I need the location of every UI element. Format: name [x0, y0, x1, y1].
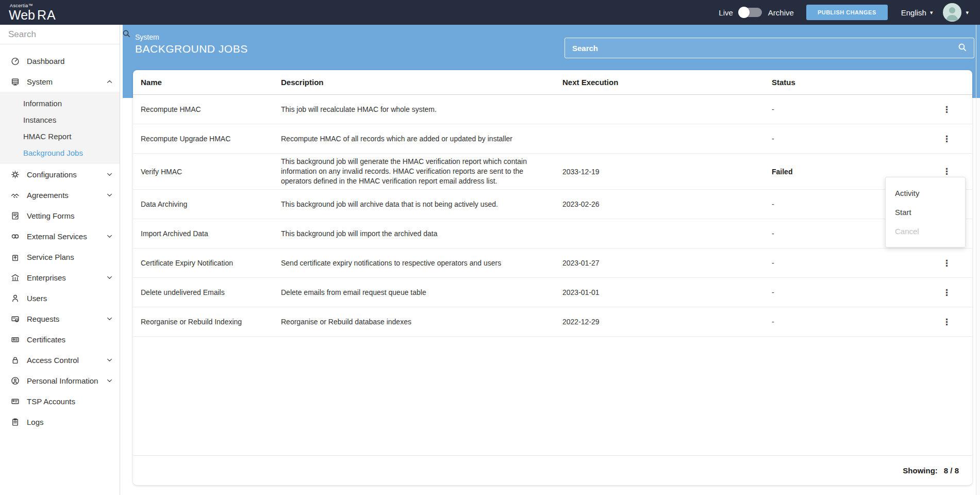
chevron-down-icon	[106, 173, 112, 176]
row-actions-kebab-button[interactable]: ⋮	[938, 104, 955, 115]
sidebar-item-vetting-forms[interactable]: Vetting Forms	[0, 205, 120, 226]
table-body: Recompute HMACThis job will recalculate …	[133, 95, 972, 337]
sidebar-item-instances[interactable]: Instances	[0, 111, 120, 128]
context-menu-item-activity[interactable]: Activity	[886, 184, 965, 203]
page-scrollbar[interactable]	[976, 25, 980, 495]
sidebar-item-external-services[interactable]: External Services	[0, 226, 120, 246]
column-header-next-execution: Next Execution	[562, 78, 772, 87]
sidebar-item-users[interactable]: Users	[0, 288, 120, 308]
sidebar-item-requests[interactable]: Requests	[0, 308, 120, 329]
archive-label: Archive	[768, 8, 794, 17]
sidebar-item-label: Users	[27, 294, 112, 303]
table-search-input[interactable]	[572, 44, 958, 53]
sidebar-item-label: TSP Accounts	[27, 397, 112, 406]
publish-changes-button[interactable]: PUBLISH CHANGES	[806, 5, 888, 20]
sidebar-item-label: Requests	[27, 315, 106, 323]
chevron-down-icon	[106, 235, 112, 238]
cell-desc: This background job will generate the HM…	[281, 157, 562, 186]
background-jobs-card: NameDescriptionNext ExecutionStatus Reco…	[133, 70, 972, 485]
cell-desc: Reorganise or Rebuild database indexes	[281, 317, 562, 327]
sidebar-item-label: External Services	[27, 232, 106, 241]
column-header-name: Name	[141, 78, 281, 87]
chevron-down-icon	[106, 358, 112, 362]
cell-next: 2023-01-01	[562, 288, 772, 296]
sidebar-item-hmac-report[interactable]: HMAC Report	[0, 128, 120, 144]
cell-name: Import Archived Data	[141, 229, 281, 238]
sidebar-item-background-jobs[interactable]: Background Jobs	[0, 144, 120, 161]
sidebar-item-tsp-accounts[interactable]: TSP Accounts	[0, 391, 120, 411]
sidebar-item-label: Agreements	[27, 191, 106, 200]
sidebar-item-label: Vetting Forms	[27, 211, 112, 220]
cell-next: 2033-12-19	[562, 168, 772, 176]
sidebar-item-label: Service Plans	[27, 253, 112, 261]
search-icon	[958, 43, 967, 54]
sidebar-search-input[interactable]	[8, 29, 122, 40]
cell-next: 2023-02-26	[562, 200, 772, 208]
cell-name: Verify HMAC	[141, 168, 281, 176]
table-row: Reorganise or Rebuild IndexingReorganise…	[133, 307, 972, 337]
sidebar-item-label: Configurations	[27, 170, 106, 179]
page-title: BACKGROUND JOBS	[135, 43, 248, 55]
sidebar-item-configurations[interactable]: Configurations	[0, 164, 120, 185]
sidebar-item-dashboard[interactable]: Dashboard	[0, 51, 120, 71]
scrollbar-thumb[interactable]	[976, 25, 980, 98]
cell-name: Certificate Expiry Notification	[141, 259, 281, 267]
link-icon	[10, 232, 20, 241]
sidebar-item-label: System	[27, 77, 106, 86]
sidebar-item-label: Access Control	[27, 356, 106, 365]
cell-status: -	[772, 259, 926, 267]
sidebar-item-personal-information[interactable]: Personal Information	[0, 370, 120, 391]
cell-actions: ⋮	[926, 104, 965, 115]
sidebar-item-certificates[interactable]: Certificates	[0, 329, 120, 350]
cell-actions: ⋮	[926, 134, 965, 144]
main-content: System BACKGROUND JOBS NameDescriptionNe…	[121, 25, 980, 495]
table-row: Import Archived DataThis background job …	[133, 219, 972, 249]
showing-value: 8 / 8	[944, 466, 959, 475]
sidebar-item-label: Background Jobs	[23, 148, 112, 157]
brand-web: Web	[9, 9, 35, 22]
cell-name: Recompute Upgrade HMAC	[141, 135, 281, 143]
sidebar-item-label: Dashboard	[27, 57, 112, 65]
server-icon	[10, 77, 20, 86]
row-actions-kebab-button[interactable]: ⋮	[938, 287, 955, 298]
sidebar-item-logs[interactable]: Logs	[0, 411, 120, 432]
sidebar-item-label: Information	[23, 99, 112, 108]
sidebar-item-label: Certificates	[27, 335, 112, 344]
search-icon	[122, 29, 130, 40]
sidebar-item-label: Logs	[27, 418, 112, 426]
live-archive-toggle[interactable]	[739, 8, 762, 17]
row-actions-kebab-button[interactable]: ⋮	[938, 258, 955, 269]
sidebar-item-enterprises[interactable]: Enterprises	[0, 267, 120, 288]
table-row: Data ArchivingThis background job will a…	[133, 190, 972, 219]
cell-name: Recompute HMAC	[141, 105, 281, 113]
sidebar-item-access-control[interactable]: Access Control	[0, 350, 120, 370]
cell-next: 2023-01-27	[562, 259, 772, 267]
table-row: Recompute HMACThis job will recalculate …	[133, 95, 972, 124]
context-menu-item-start[interactable]: Start	[886, 203, 965, 222]
sidebar-item-agreements[interactable]: Agreements	[0, 185, 120, 205]
sidebar-item-system[interactable]: System	[0, 71, 120, 92]
chevron-down-icon	[106, 379, 112, 383]
sidebar-item-service-plans[interactable]: Service Plans	[0, 246, 120, 267]
sidebar-item-label: HMAC Report	[23, 132, 112, 141]
row-actions-kebab-button[interactable]: ⋮	[938, 317, 955, 327]
table-header: NameDescriptionNext ExecutionStatus	[133, 70, 972, 95]
table-search	[564, 38, 974, 58]
table-row: Recompute Upgrade HMACRecompute HMAC of …	[133, 124, 972, 154]
cell-status: -	[772, 318, 926, 326]
context-menu-item-cancel: Cancel	[886, 222, 965, 241]
row-context-menu: ActivityStartCancel	[885, 177, 966, 248]
column-header-status: Status	[772, 78, 926, 87]
avatar[interactable]	[943, 3, 961, 22]
handshake-icon	[10, 190, 20, 200]
cell-status: -	[772, 135, 926, 143]
toggle-knob[interactable]	[738, 7, 750, 18]
sidebar-item-information[interactable]: Information	[0, 95, 120, 111]
user-menu[interactable]: ▾	[943, 3, 969, 22]
bank-icon	[10, 273, 20, 282]
row-actions-kebab-button[interactable]: ⋮	[938, 134, 955, 144]
gear-icon	[10, 170, 20, 179]
row-actions-kebab-button[interactable]: ⋮	[938, 166, 955, 177]
language-selector[interactable]: English ▾	[901, 8, 933, 17]
app-logo: Ascertia™ Web RA	[0, 4, 56, 22]
